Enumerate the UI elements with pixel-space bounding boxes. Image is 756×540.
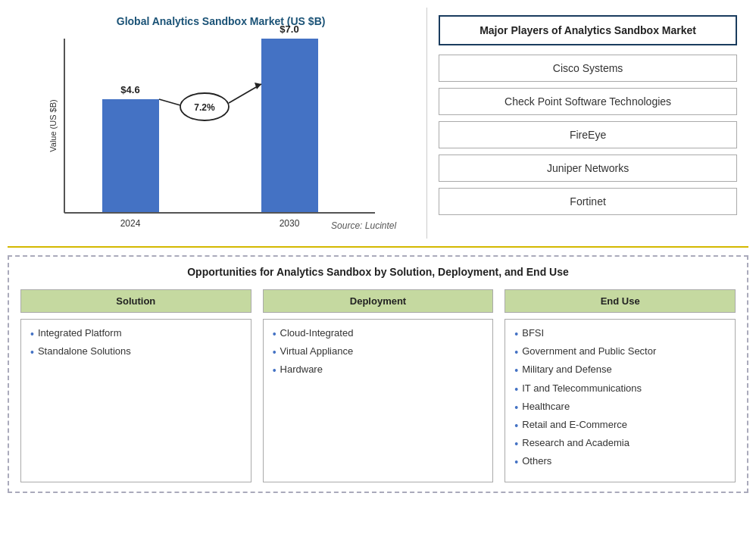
enduse-item-7: • Others: [514, 455, 726, 469]
opportunities-columns: Solution • Integrated Platform • Standal…: [20, 289, 736, 482]
player-item: Juniper Networks: [439, 155, 737, 182]
bullet-icon: •: [514, 401, 518, 414]
bullet-icon: •: [514, 382, 518, 396]
chart-title: Global Analytics Sandbox Market (US $B): [23, 15, 419, 27]
opportunities-section: Opportunities for Analytics Sandbox by S…: [8, 255, 748, 493]
bullet-icon: •: [273, 327, 276, 341]
opportunities-title: Opportunities for Analytics Sandbox by S…: [20, 266, 736, 278]
players-title: Major Players of Analytics Sandbox Marke…: [439, 15, 737, 45]
players-section: Major Players of Analytics Sandbox Marke…: [426, 8, 748, 239]
enduse-item-3: • IT and Telecommunications: [514, 382, 726, 396]
player-item: Cisco Systems: [439, 55, 737, 82]
enduse-item-2: • Military and Defense: [514, 364, 726, 377]
top-section: Global Analytics Sandbox Market (US $B) …: [8, 8, 748, 248]
enduse-body: • BFSI • Government and Public Sector • …: [505, 319, 736, 482]
svg-text:$4.6: $4.6: [120, 84, 139, 95]
bullet-icon: •: [514, 364, 518, 377]
deployment-body: • Cloud-Integrated • Virtual Appliance •…: [263, 319, 494, 482]
svg-marker-11: [255, 83, 261, 89]
enduse-item-4: • Healthcare: [514, 401, 726, 414]
enduse-header: End Use: [505, 289, 736, 313]
solution-body: • Integrated Platform • Standalone Solut…: [20, 319, 251, 482]
bullet-icon: •: [514, 419, 518, 432]
chart-svg: $4.6 $7.0 2024 2030 7.2%: [57, 39, 404, 213]
deployment-column: Deployment • Cloud-Integrated • Virtual …: [263, 289, 494, 482]
svg-text:2024: 2024: [120, 218, 141, 229]
bullet-icon: •: [273, 364, 276, 377]
solution-item-0: • Integrated Platform: [30, 327, 242, 341]
player-item: FireEye: [439, 121, 737, 148]
deployment-item-0: • Cloud-Integrated: [273, 327, 484, 341]
chart-section: Global Analytics Sandbox Market (US $B) …: [8, 8, 426, 239]
svg-rect-0: [102, 99, 159, 213]
deployment-item-2: • Hardware: [273, 364, 484, 377]
solution-header: Solution: [20, 289, 251, 313]
enduse-item-6: • Research and Academia: [514, 437, 726, 451]
svg-text:$7.0: $7.0: [280, 23, 298, 35]
source-text: Source: Lucintel: [23, 220, 396, 231]
bullet-icon: •: [514, 327, 518, 341]
solution-item-1: • Standalone Solutions: [30, 345, 242, 359]
y-axis-label: Value (US $B): [48, 99, 58, 152]
player-item: Check Point Software Technologies: [439, 88, 737, 115]
enduse-item-0: • BFSI: [514, 327, 726, 341]
enduse-item-5: • Retail and E-Commerce: [514, 419, 726, 432]
bullet-icon: •: [514, 345, 518, 359]
player-item: Fortinet: [439, 188, 737, 215]
enduse-item-1: • Government and Public Sector: [514, 345, 726, 359]
bullet-icon: •: [514, 437, 518, 451]
deployment-header: Deployment: [263, 289, 494, 313]
svg-line-12: [159, 99, 180, 105]
bullet-icon: •: [273, 345, 276, 359]
solution-column: Solution • Integrated Platform • Standal…: [20, 289, 251, 482]
main-container: Global Analytics Sandbox Market (US $B) …: [0, 0, 756, 540]
bullet-icon: •: [30, 345, 34, 359]
deployment-item-1: • Virtual Appliance: [273, 345, 484, 359]
svg-text:7.2%: 7.2%: [194, 102, 215, 113]
svg-text:2030: 2030: [280, 218, 300, 229]
bullet-icon: •: [30, 327, 34, 341]
svg-rect-1: [261, 39, 318, 213]
bullet-icon: •: [514, 455, 518, 469]
enduse-column: End Use • BFSI • Government and Public S…: [505, 289, 736, 482]
